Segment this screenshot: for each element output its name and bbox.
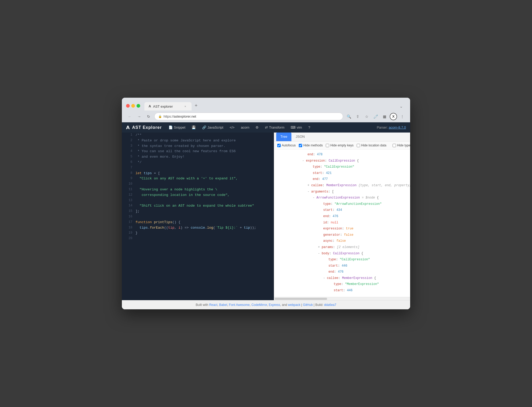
address-bar[interactable]: 🔒 https://astexplorer.net <box>154 113 343 120</box>
new-tab-button[interactable]: + <box>192 101 201 111</box>
nav-vim[interactable]: ⌨ vim <box>288 124 305 130</box>
ast-scrollbar-thumb[interactable] <box>275 298 327 300</box>
tree-type-memberexpr2[interactable]: MemberExpression <box>342 276 372 280</box>
hide-type-keys-checkbox[interactable] <box>393 144 396 147</box>
tab-title: AST explorer <box>153 104 173 108</box>
nav-help[interactable]: ? <box>306 124 313 130</box>
tree-val-start421: 421 <box>326 171 332 175</box>
header-nav: 📄 Snippet 💾 🔗 JavaScript </> acorn ⚙ <box>166 124 313 130</box>
code-content-4: * You can use all the cool new features … <box>135 149 236 154</box>
footer-link-codemirror[interactable]: CodeMirror <box>251 303 267 307</box>
line-number-18: 18 <box>124 225 132 231</box>
autofocus-checkbox[interactable] <box>277 144 281 147</box>
code-content-14: "Shift click on an AST node to expand th… <box>135 203 254 209</box>
tree-row-start434: start: 434 <box>274 207 410 213</box>
footer-prefix: Built with <box>196 303 208 307</box>
ast-scrollbar[interactable] <box>274 297 410 300</box>
line-number-7: 7 <box>124 165 132 171</box>
collapse-callee[interactable]: + <box>307 184 311 187</box>
tab-close-button[interactable]: × <box>183 104 187 108</box>
tree-key-end: end <box>307 153 313 156</box>
collapse-expression[interactable]: - <box>302 159 306 163</box>
parser-label: Parser: <box>377 125 388 129</box>
option-hide-methods[interactable]: Hide methods <box>299 144 323 147</box>
footer-link-express[interactable]: Express <box>269 303 280 307</box>
footer-link-babel[interactable]: Babel <box>219 303 227 307</box>
code-line-11: 11 "Hovering over a node highlights the … <box>122 187 274 192</box>
code-content-16 <box>135 214 138 220</box>
footer-link-webpack[interactable]: webpack <box>288 303 300 307</box>
maximize-traffic-light[interactable] <box>137 104 140 108</box>
tab-json[interactable]: JSON <box>291 133 309 141</box>
option-hide-location[interactable]: Hide location data <box>357 144 386 147</box>
share-button[interactable]: ⇧ <box>354 113 361 120</box>
ast-tree[interactable]: end: 478 - expression: CallExpression { … <box>274 150 410 297</box>
menu-button[interactable]: ⋮ <box>399 113 406 120</box>
back-button[interactable]: ← <box>126 113 133 120</box>
code-line-14: 14 "Shift click on an AST node to expand… <box>122 203 274 209</box>
hide-location-checkbox[interactable] <box>357 144 360 147</box>
code-content-7 <box>135 165 138 171</box>
code-content-3: * the syntax tree created by chosen pars… <box>135 144 225 149</box>
footer-build-hash[interactable]: dda6ea7 <box>324 303 336 307</box>
bookmark-button[interactable]: ☆ <box>363 113 370 120</box>
option-hide-type-keys[interactable]: Hide type keys <box>393 144 410 147</box>
code-content-15: ]; <box>135 209 140 214</box>
close-traffic-light[interactable] <box>126 104 130 108</box>
tree-val-start446b: 446 <box>347 289 353 292</box>
option-autofocus[interactable]: Autofocus <box>277 144 296 147</box>
search-button[interactable]: 🔍 <box>345 113 352 120</box>
code-line-4: 4 * You can use all the cool new feature… <box>122 149 274 154</box>
parser-version-link[interactable]: acorn-8.7.0 <box>389 125 406 129</box>
footer-link-fontawesome[interactable]: Font Awesome <box>229 303 250 307</box>
nav-save[interactable]: 💾 <box>189 124 198 130</box>
active-tab[interactable]: 𝗔 AST explorer × <box>144 102 192 111</box>
tree-type-arrowfn[interactable]: ArrowFunctionExpression <box>317 196 360 200</box>
nav-acorn[interactable]: acorn <box>238 124 252 130</box>
main-panels: 1 /** 2 * Paste or drop some JavaScript … <box>122 133 410 300</box>
tree-key-callee: callee <box>311 184 323 187</box>
code-panel[interactable]: 1 /** 2 * Paste or drop some JavaScript … <box>122 133 274 300</box>
code-line-6: 6 */ <box>122 160 274 165</box>
profile-button[interactable]: X <box>390 113 397 120</box>
tree-type-memberexpr[interactable]: MemberExpression <box>326 184 356 187</box>
collapse-body[interactable]: - <box>318 252 322 255</box>
extensions-button[interactable]: 🧷 <box>372 113 379 120</box>
tab-tree[interactable]: Tree <box>276 133 291 141</box>
split-view-button[interactable]: ▦ <box>381 113 388 120</box>
forward-button[interactable]: → <box>135 113 143 120</box>
tree-row-arguments: - arguments: [ <box>274 189 410 195</box>
minimize-traffic-light[interactable] <box>131 104 135 108</box>
tree-row-callee-member2: - callee: MemberExpression { <box>274 275 410 282</box>
collapse-callee2[interactable]: - <box>323 276 327 280</box>
tree-val-expression-true: true <box>346 227 354 230</box>
hide-type-keys-label: Hide type keys <box>397 144 410 147</box>
collapse-arguments[interactable]: - <box>307 190 311 194</box>
nav-settings[interactable]: ⚙ <box>253 124 261 130</box>
footer-link-github[interactable]: GitHub <box>303 303 313 307</box>
tree-row-params: + params: [2 elements] <box>274 244 410 251</box>
tab-bar: 𝗔 AST explorer × + ⌄ <box>144 101 406 111</box>
nav-transform-label: Transform <box>269 125 284 129</box>
nav-snippet[interactable]: 📄 Snippet <box>166 124 188 130</box>
option-hide-empty-keys[interactable]: Hide empty keys <box>326 144 354 147</box>
tree-type-callexpr[interactable]: CallExpression <box>329 159 355 163</box>
collapse-arrow-fn[interactable]: - <box>313 196 316 200</box>
tree-row-id-null: id: null <box>274 220 410 226</box>
save-icon: 💾 <box>192 125 196 129</box>
hide-methods-checkbox[interactable] <box>299 144 302 147</box>
tree-val-type-arrowfn: "ArrowFunctionExpression" <box>334 202 382 206</box>
refresh-button[interactable]: ↻ <box>145 113 152 120</box>
nav-javascript-label: JavaScript <box>207 125 223 129</box>
nav-javascript[interactable]: 🔗 JavaScript <box>199 124 226 130</box>
tree-type-body-callexpr[interactable]: CallExpression <box>333 252 360 255</box>
nav-transform[interactable]: ⇄ Transform <box>262 124 287 130</box>
tree-key-async: async <box>323 239 333 243</box>
chrome-addressbar: ← → ↻ 🔒 https://astexplorer.net 🔍 ⇧ ☆ 🧷 … <box>122 111 410 122</box>
code-content-6: */ <box>135 160 142 165</box>
collapse-params[interactable]: + <box>318 245 322 249</box>
hide-empty-keys-checkbox[interactable] <box>326 144 329 147</box>
tab-more-button[interactable]: ⌄ <box>397 102 406 111</box>
footer-link-react[interactable]: React <box>209 303 217 307</box>
code-content-1: /** <box>135 133 142 138</box>
